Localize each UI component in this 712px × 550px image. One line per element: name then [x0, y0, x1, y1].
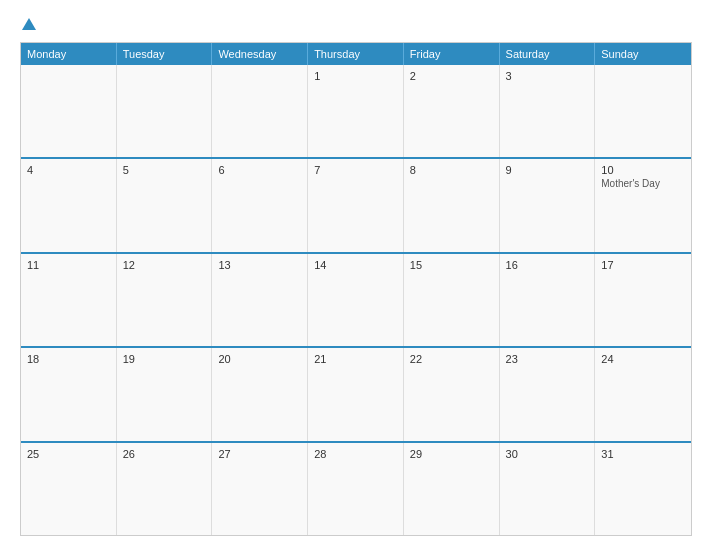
week-row-4: 18192021222324: [21, 346, 691, 440]
cal-cell: 4: [21, 159, 117, 251]
cal-cell: 21: [308, 348, 404, 440]
cal-cell: 5: [117, 159, 213, 251]
day-number: 5: [123, 164, 206, 176]
day-number: 2: [410, 70, 493, 82]
day-number: 21: [314, 353, 397, 365]
day-number: 23: [506, 353, 589, 365]
page: MondayTuesdayWednesdayThursdayFridaySatu…: [0, 0, 712, 550]
week-row-3: 11121314151617: [21, 252, 691, 346]
header-cell-saturday: Saturday: [500, 43, 596, 65]
cal-cell: 16: [500, 254, 596, 346]
cal-cell: 9: [500, 159, 596, 251]
cal-cell: 26: [117, 443, 213, 535]
week-row-5: 25262728293031: [21, 441, 691, 535]
day-number: 25: [27, 448, 110, 460]
cal-cell: 10Mother's Day: [595, 159, 691, 251]
cal-cell: 13: [212, 254, 308, 346]
day-number: 18: [27, 353, 110, 365]
cal-cell: 25: [21, 443, 117, 535]
cal-cell: 2: [404, 65, 500, 157]
cal-cell: 14: [308, 254, 404, 346]
day-number: 9: [506, 164, 589, 176]
cal-cell: 20: [212, 348, 308, 440]
cal-cell: 27: [212, 443, 308, 535]
cal-cell: 24: [595, 348, 691, 440]
header-cell-tuesday: Tuesday: [117, 43, 213, 65]
cal-cell: 18: [21, 348, 117, 440]
header-cell-thursday: Thursday: [308, 43, 404, 65]
cal-cell: 8: [404, 159, 500, 251]
cal-cell: 28: [308, 443, 404, 535]
day-number: 27: [218, 448, 301, 460]
cal-cell: [595, 65, 691, 157]
day-number: 29: [410, 448, 493, 460]
calendar-header: MondayTuesdayWednesdayThursdayFridaySatu…: [21, 43, 691, 65]
day-number: 3: [506, 70, 589, 82]
day-number: 7: [314, 164, 397, 176]
day-number: 20: [218, 353, 301, 365]
day-number: 13: [218, 259, 301, 271]
cal-cell: 3: [500, 65, 596, 157]
header-cell-sunday: Sunday: [595, 43, 691, 65]
cal-cell: 12: [117, 254, 213, 346]
cal-cell: 31: [595, 443, 691, 535]
day-number: 10: [601, 164, 685, 176]
day-number: 30: [506, 448, 589, 460]
cal-cell: 7: [308, 159, 404, 251]
header-cell-friday: Friday: [404, 43, 500, 65]
day-number: 19: [123, 353, 206, 365]
day-number: 22: [410, 353, 493, 365]
day-event: Mother's Day: [601, 178, 685, 189]
day-number: 8: [410, 164, 493, 176]
day-number: 11: [27, 259, 110, 271]
logo-row: [20, 18, 36, 32]
cal-cell: 30: [500, 443, 596, 535]
day-number: 6: [218, 164, 301, 176]
day-number: 24: [601, 353, 685, 365]
cal-cell: [21, 65, 117, 157]
cal-cell: [117, 65, 213, 157]
header-cell-monday: Monday: [21, 43, 117, 65]
header-cell-wednesday: Wednesday: [212, 43, 308, 65]
logo-text: [20, 18, 36, 32]
logo-triangle-icon: [22, 18, 36, 30]
day-number: 1: [314, 70, 397, 82]
day-number: 17: [601, 259, 685, 271]
calendar-body: 12345678910Mother's Day11121314151617181…: [21, 65, 691, 535]
day-number: 4: [27, 164, 110, 176]
header: [20, 18, 692, 32]
cal-cell: 19: [117, 348, 213, 440]
cal-cell: 23: [500, 348, 596, 440]
day-number: 28: [314, 448, 397, 460]
week-row-2: 45678910Mother's Day: [21, 157, 691, 251]
cal-cell: [212, 65, 308, 157]
week-row-1: 123: [21, 65, 691, 157]
cal-cell: 1: [308, 65, 404, 157]
day-number: 15: [410, 259, 493, 271]
day-number: 14: [314, 259, 397, 271]
logo: [20, 18, 36, 32]
cal-cell: 15: [404, 254, 500, 346]
day-number: 12: [123, 259, 206, 271]
cal-cell: 11: [21, 254, 117, 346]
cal-cell: 17: [595, 254, 691, 346]
cal-cell: 6: [212, 159, 308, 251]
day-number: 16: [506, 259, 589, 271]
calendar: MondayTuesdayWednesdayThursdayFridaySatu…: [20, 42, 692, 536]
cal-cell: 22: [404, 348, 500, 440]
day-number: 31: [601, 448, 685, 460]
cal-cell: 29: [404, 443, 500, 535]
day-number: 26: [123, 448, 206, 460]
